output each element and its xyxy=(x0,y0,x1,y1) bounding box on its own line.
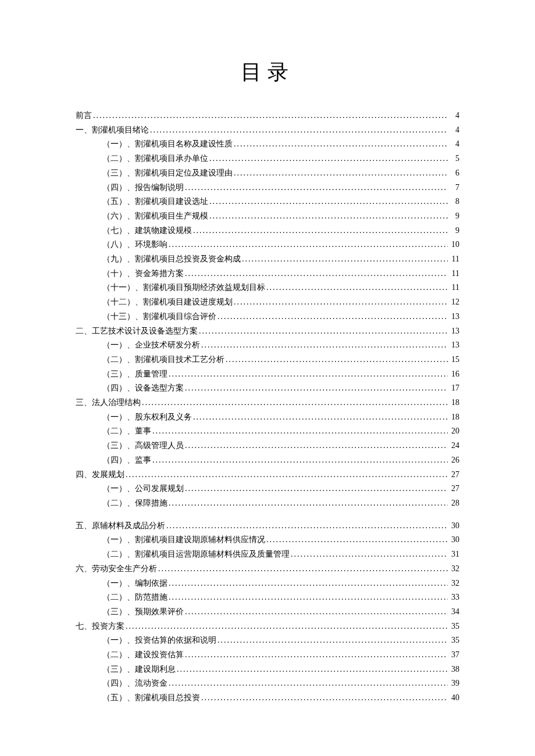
toc-entry-page: 35 xyxy=(449,619,459,634)
toc-entry: （五）、割灌机项目建设选址8 xyxy=(102,195,459,209)
toc-entry: 五、原辅材料及成品分析30 xyxy=(76,519,459,533)
toc-entry: （二）、建设投资估算37 xyxy=(102,648,459,662)
toc-entry-page: 40 xyxy=(449,691,459,705)
toc-entry-page: 18 xyxy=(449,396,459,410)
toc-dots xyxy=(291,547,448,562)
toc-dots xyxy=(169,576,448,591)
toc-entry-page: 8 xyxy=(449,195,459,209)
toc-dots xyxy=(242,252,448,267)
toc-entry-page: 20 xyxy=(449,424,459,439)
toc-entry-label: （四）、设备选型方案 xyxy=(102,381,184,396)
toc-entry: （二）、防范措施33 xyxy=(102,590,459,605)
toc-dots xyxy=(152,424,448,439)
toc-entry-page: 11 xyxy=(449,267,459,281)
toc-dots xyxy=(169,676,448,691)
toc-entry-page: 31 xyxy=(449,547,459,562)
toc-entry-page: 27 xyxy=(449,482,459,496)
toc-dots xyxy=(185,605,448,619)
toc-entry: （十）、资金筹措方案11 xyxy=(102,267,459,281)
toc-entry-page: 24 xyxy=(449,439,459,453)
toc-dots xyxy=(226,353,448,367)
toc-entry-label: （二）、防范措施 xyxy=(102,590,167,605)
toc-entry: 三、法人治理结构18 xyxy=(76,396,459,410)
toc-entry-page: 37 xyxy=(449,648,459,662)
toc-entry-label: （二）、建设投资估算 xyxy=(102,648,184,662)
toc-entry: （五）、割灌机项目总投资40 xyxy=(102,691,459,705)
toc-entry-label: （一）、割灌机项目名称及建设性质 xyxy=(102,137,233,152)
toc-dots xyxy=(234,137,448,152)
toc-entry-page: 15 xyxy=(449,353,459,367)
toc-dots xyxy=(169,367,448,382)
toc-entry: （六）、割灌机项目生产规模9 xyxy=(102,209,459,224)
toc-entry: （四）、监事26 xyxy=(102,453,459,468)
toc-entry-page: 30 xyxy=(449,519,459,533)
toc-dots xyxy=(266,533,448,547)
toc-entry: （四）、设备选型方案17 xyxy=(102,381,459,396)
toc-entry-page: 39 xyxy=(449,676,459,691)
toc-entry-page: 32 xyxy=(449,562,459,576)
toc-dots xyxy=(209,152,448,166)
toc-entry-label: （一）、企业技术研发分析 xyxy=(102,338,200,353)
toc-dots xyxy=(185,439,448,453)
toc-entry-page: 13 xyxy=(449,338,459,353)
toc-dots xyxy=(177,662,448,677)
toc-dots xyxy=(185,648,448,662)
toc-entry-label: 一、割灌机项目绪论 xyxy=(76,123,149,138)
toc-entry-label: （二）、割灌机项目承办单位 xyxy=(102,152,208,166)
toc-entry-label: 五、原辅材料及成品分析 xyxy=(76,519,165,533)
toc-entry: （一）、股东权利及义务18 xyxy=(102,410,459,425)
toc-dots xyxy=(201,338,448,353)
toc-entry: （九）、割灌机项目总投资及资金构成11 xyxy=(102,252,459,267)
toc-entry: （八）、环境影响10 xyxy=(102,238,459,252)
toc-dots xyxy=(185,381,448,396)
toc-entry-label: （二）、割灌机项目技术工艺分析 xyxy=(102,353,224,367)
toc-entry-label: （十）、资金筹措方案 xyxy=(102,267,184,281)
toc-entry-label: （一）、编制依据 xyxy=(102,576,167,591)
toc-entry: （三）、质量管理16 xyxy=(102,367,459,382)
toc-entry-label: （三）、质量管理 xyxy=(102,367,167,382)
toc-entry: （一）、割灌机项目名称及建设性质4 xyxy=(102,137,459,152)
toc-dots xyxy=(152,453,448,468)
toc-entry-page: 38 xyxy=(449,662,459,677)
toc-entry-page: 27 xyxy=(449,468,459,482)
toc-dots xyxy=(150,123,448,138)
toc-entry: （四）、流动资金39 xyxy=(102,676,459,691)
page-title: 目录 xyxy=(76,58,459,87)
toc-dots xyxy=(169,496,448,511)
toc-entry-label: （四）、报告编制说明 xyxy=(102,181,184,195)
toc-entry: （一）、公司发展规划27 xyxy=(102,482,459,496)
toc-entry: 前言4 xyxy=(76,109,459,123)
toc-entry-page: 7 xyxy=(449,181,459,195)
toc-entry: 二、工艺技术设计及设备选型方案13 xyxy=(76,324,459,339)
toc-entry-page: 12 xyxy=(449,295,459,310)
toc-entry: （二）、割灌机项目运营期原辅材料供应及质量管理31 xyxy=(102,547,459,562)
toc-entry-page: 4 xyxy=(449,123,459,138)
toc-dots xyxy=(93,109,448,123)
toc-entry: （三）、高级管理人员24 xyxy=(102,439,459,453)
toc-entry-label: 前言 xyxy=(76,109,92,123)
toc-entry: （十三）、割灌机项目综合评价13 xyxy=(102,310,459,324)
toc-entry-label: 六、劳动安全生产分析 xyxy=(76,562,157,576)
toc-entry-page: 17 xyxy=(449,381,459,396)
toc-entry: （一）、编制依据32 xyxy=(102,576,459,591)
toc-dots xyxy=(158,562,448,576)
toc-entry-page: 32 xyxy=(449,576,459,591)
toc-dots xyxy=(166,519,448,533)
toc-entry-label: （九）、割灌机项目总投资及资金构成 xyxy=(102,252,241,267)
toc-entry-label: （四）、监事 xyxy=(102,453,151,468)
toc-dots xyxy=(217,310,448,324)
toc-entry-page: 16 xyxy=(449,367,459,382)
toc-entry-label: （五）、割灌机项目总投资 xyxy=(102,691,200,705)
toc-entry-label: （一）、股东权利及义务 xyxy=(102,410,192,425)
toc-entry: 六、劳动安全生产分析32 xyxy=(76,562,459,576)
toc-dots xyxy=(126,468,448,482)
toc-entry-page: 9 xyxy=(449,209,459,224)
toc-entry-label: （八）、环境影响 xyxy=(102,238,167,252)
toc-dots xyxy=(126,619,448,634)
toc-dots xyxy=(201,691,448,705)
toc-entry-label: （十三）、割灌机项目综合评价 xyxy=(102,310,216,324)
toc-dots xyxy=(193,224,448,238)
toc-entry-label: （三）、高级管理人员 xyxy=(102,439,184,453)
toc-dots xyxy=(185,267,448,281)
toc-entry: （二）、割灌机项目承办单位5 xyxy=(102,152,459,166)
